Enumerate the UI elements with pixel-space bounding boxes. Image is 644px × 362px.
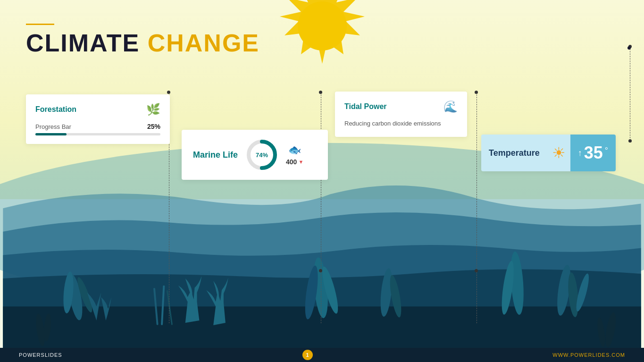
tidal-power-card: Tidal Power 🌊 Reducing carbon dioxide em… (335, 92, 467, 137)
temperature-label: Temperature (481, 140, 547, 167)
temperature-sun: ☀ (547, 138, 570, 168)
marine-inner: Marine Life 74% 🐟 400 ▼ (193, 138, 317, 171)
divider-line-3 (477, 92, 477, 323)
temperature-card: Temperature ☀ ↑ 35 ° (481, 135, 616, 171)
forestation-header: Forestation 🌿 (35, 103, 160, 116)
svg-point-1 (298, 1, 347, 51)
page-number: 1 (302, 350, 313, 360)
forestation-icon: 🌿 (146, 103, 160, 116)
fish-count: 400 ▼ (286, 158, 303, 166)
temperature-value-section: ↑ 35 ° (570, 135, 616, 171)
tidal-description: Reducing carbon dioxide emissions (344, 119, 458, 128)
line-dot-1-top (167, 91, 170, 94)
forestation-title: Forestation (35, 105, 76, 114)
forestation-card: Forestation 🌿 Progress Bar 25% (26, 94, 170, 144)
bottom-bar: POWERSLIDES 1 WWW.POWERLIDES.COM (0, 348, 644, 362)
sun-illustration (270, 0, 374, 76)
progress-bar-fill (35, 133, 67, 135)
temperature-value: 35 (584, 143, 603, 163)
title-dark: CLIMATE (26, 29, 148, 57)
title-accent-line (26, 24, 54, 25)
sun-icon: ☀ (552, 144, 566, 162)
powerslides-branding: POWERSLIDES (19, 352, 62, 358)
website-url: WWW.POWERLIDES.COM (552, 352, 625, 358)
fish-icon: 🐟 (288, 144, 301, 156)
line-dot-4-bottom (628, 139, 632, 143)
line-dot-2-bottom (319, 269, 322, 272)
divider-line-2 (321, 92, 321, 323)
progress-label: Progress Bar (35, 123, 71, 130)
divider-line-4 (630, 46, 630, 141)
progress-pct: 25% (147, 123, 160, 130)
tidal-header: Tidal Power 🌊 (344, 100, 458, 113)
line-dot-3-top (475, 91, 478, 94)
temperature-arrow: ↑ (578, 148, 582, 158)
fish-arrow-down: ▼ (298, 159, 303, 165)
progress-bar-bg (35, 133, 160, 135)
title-orange: CHANGE (148, 29, 259, 57)
progress-row: Progress Bar 25% (35, 123, 160, 130)
title-area: CLIMATE CHANGE (26, 24, 259, 57)
slide-indicator-dot (627, 46, 631, 50)
temperature-degree: ° (605, 146, 608, 156)
tidal-title: Tidal Power (344, 102, 387, 111)
line-dot-2-top (319, 91, 322, 94)
donut-pct: 74% (256, 152, 268, 159)
line-dot-3-bottom (475, 269, 478, 272)
page-title: CLIMATE CHANGE (26, 29, 259, 57)
tidal-icon: 🌊 (443, 100, 458, 113)
marine-life-card: Marine Life 74% 🐟 400 ▼ (182, 130, 328, 180)
donut-chart: 74% (245, 138, 278, 171)
marine-label: Marine Life (193, 150, 238, 160)
fish-count-wrap: 🐟 400 ▼ (286, 144, 303, 166)
